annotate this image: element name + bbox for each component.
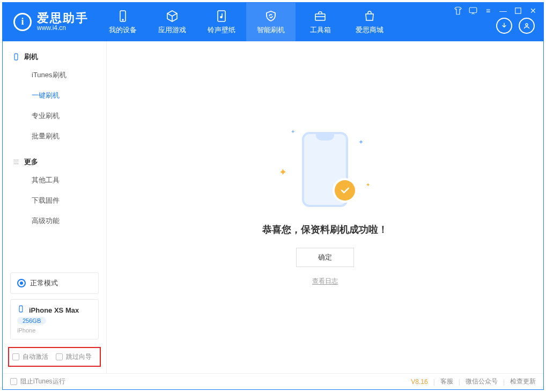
nav-my-device[interactable]: 我的设备 <box>98 3 147 41</box>
feedback-icon[interactable] <box>468 6 478 16</box>
footer-link-wechat[interactable]: 微信公众号 <box>466 377 498 386</box>
phone-small-icon <box>12 53 20 61</box>
success-illustration: ✦ ✦ ✦ ✦ <box>277 129 373 215</box>
sidebar-item-batch-flash[interactable]: 批量刷机 <box>3 126 106 146</box>
nav-label: 铃声壁纸 <box>208 25 235 35</box>
mode-card[interactable]: 正常模式 <box>10 272 99 294</box>
footer-link-service[interactable]: 客服 <box>440 377 453 386</box>
sparkle-icon: ✦ <box>358 138 364 146</box>
account-button[interactable] <box>519 18 535 34</box>
mode-icon <box>17 279 26 287</box>
checkbox-icon <box>56 353 63 360</box>
svg-rect-4 <box>315 14 325 20</box>
tree-section-more[interactable]: 更多 <box>3 154 106 170</box>
checkbox-label: 阻止iTunes运行 <box>20 377 65 386</box>
device-storage-badge: 256GB <box>17 317 46 324</box>
footer-link-update[interactable]: 检查更新 <box>510 377 536 386</box>
header-circle-buttons <box>496 18 535 34</box>
body: 刷机 iTunes刷机 一键刷机 专业刷机 批量刷机 更多 其他工具 下载固件 … <box>3 41 543 373</box>
svg-rect-5 <box>469 8 477 13</box>
logo[interactable]: i 爱思助手 www.i4.cn <box>3 12 98 32</box>
side-tree: 刷机 iTunes刷机 一键刷机 专业刷机 批量刷机 更多 其他工具 下载固件 … <box>3 41 106 267</box>
checkbox-skip-guide[interactable]: 跳过向导 <box>56 352 92 361</box>
sidebar: 刷机 iTunes刷机 一键刷机 专业刷机 批量刷机 更多 其他工具 下载固件 … <box>3 41 107 373</box>
device-card[interactable]: iPhone XS Max 256GB iPhone <box>10 299 99 339</box>
sparkle-icon: ✦ <box>366 182 370 188</box>
svg-point-1 <box>122 19 123 20</box>
sidebar-item-other-tools[interactable]: 其他工具 <box>3 170 106 190</box>
sidebar-item-download-firmware[interactable]: 下载固件 <box>3 190 106 211</box>
list-icon <box>12 158 20 166</box>
nav-ringtone-wallpaper[interactable]: 铃声壁纸 <box>197 3 246 41</box>
cube-icon <box>165 9 179 23</box>
app-window: i 爱思助手 www.i4.cn 我的设备 应用游戏 铃声壁纸 智能刷机 <box>2 2 544 390</box>
sidebar-item-advanced[interactable]: 高级功能 <box>3 211 106 231</box>
device-type: iPhone <box>17 327 92 334</box>
side-status: 正常模式 iPhone XS Max 256GB iPhone <box>3 267 106 347</box>
svg-rect-6 <box>515 8 521 14</box>
ok-button[interactable]: 确定 <box>296 248 354 267</box>
app-name: 爱思助手 <box>37 12 88 24</box>
titlebar: i 爱思助手 www.i4.cn 我的设备 应用游戏 铃声壁纸 智能刷机 <box>3 3 543 41</box>
main-content: ✦ ✦ ✦ ✦ 恭喜您，保资料刷机成功啦！ 确定 查看日志 <box>107 41 543 373</box>
music-file-icon <box>215 9 228 23</box>
flash-result: ✦ ✦ ✦ ✦ 恭喜您，保资料刷机成功啦！ 确定 查看日志 <box>262 129 388 286</box>
tree-section-flash[interactable]: 刷机 <box>3 49 106 65</box>
checkbox-block-itunes[interactable]: 阻止iTunes运行 <box>10 377 65 386</box>
nav-apps-games[interactable]: 应用游戏 <box>147 3 197 41</box>
skin-icon[interactable] <box>453 6 463 16</box>
flash-options-box: 自动激活 跳过向导 <box>8 347 101 367</box>
checkbox-icon <box>12 353 19 360</box>
checkbox-auto-activate[interactable]: 自动激活 <box>12 352 48 361</box>
device-name: iPhone XS Max <box>29 306 79 314</box>
sparkle-icon: ✦ <box>291 129 295 135</box>
device-phone-icon <box>17 305 25 315</box>
nav-label: 爱思商城 <box>356 25 383 35</box>
svg-point-3 <box>220 17 222 18</box>
top-nav: 我的设备 应用游戏 铃声壁纸 智能刷机 工具箱 爱思商城 <box>98 3 394 41</box>
toolbox-icon <box>313 9 327 23</box>
sidebar-item-oneclick-flash[interactable]: 一键刷机 <box>3 85 106 106</box>
minimize-icon[interactable]: — <box>498 6 508 16</box>
logo-icon: i <box>13 13 32 31</box>
sparkle-icon: ✦ <box>279 166 287 178</box>
phone-icon <box>116 9 130 23</box>
view-log-link[interactable]: 查看日志 <box>312 277 338 286</box>
logo-text: 爱思助手 www.i4.cn <box>37 12 88 32</box>
nav-label: 应用游戏 <box>158 25 186 35</box>
section-title: 刷机 <box>24 52 38 62</box>
sidebar-item-itunes-flash[interactable]: iTunes刷机 <box>3 65 106 85</box>
refresh-shield-icon <box>264 9 278 23</box>
svg-rect-9 <box>19 306 23 312</box>
nav-label: 智能刷机 <box>257 25 285 35</box>
mode-label: 正常模式 <box>30 278 58 288</box>
svg-rect-8 <box>14 54 18 60</box>
sidebar-item-pro-flash[interactable]: 专业刷机 <box>3 106 106 126</box>
version-label: V8.16 <box>411 378 427 386</box>
nav-label: 我的设备 <box>109 25 137 35</box>
check-badge-icon <box>335 180 355 201</box>
download-button[interactable] <box>496 18 512 34</box>
close-icon[interactable]: ✕ <box>528 6 538 16</box>
bag-icon <box>363 9 377 23</box>
window-controls: ≡ — ✕ <box>453 6 538 16</box>
nav-label: 工具箱 <box>310 25 331 35</box>
svg-point-7 <box>526 24 528 26</box>
nav-smart-flash[interactable]: 智能刷机 <box>246 3 296 41</box>
app-url: www.i4.cn <box>37 24 88 32</box>
nav-toolbox[interactable]: 工具箱 <box>296 3 345 41</box>
checkbox-icon <box>10 378 17 385</box>
success-message: 恭喜您，保资料刷机成功啦！ <box>262 223 388 236</box>
checkbox-label: 跳过向导 <box>66 352 92 361</box>
maximize-icon[interactable] <box>513 6 523 16</box>
menu-icon[interactable]: ≡ <box>483 6 493 16</box>
section-title: 更多 <box>24 157 38 167</box>
footer-bar: 阻止iTunes运行 V8.16 | 客服 | 微信公众号 | 检查更新 <box>3 373 543 389</box>
nav-store[interactable]: 爱思商城 <box>345 3 394 41</box>
checkbox-label: 自动激活 <box>23 352 48 361</box>
